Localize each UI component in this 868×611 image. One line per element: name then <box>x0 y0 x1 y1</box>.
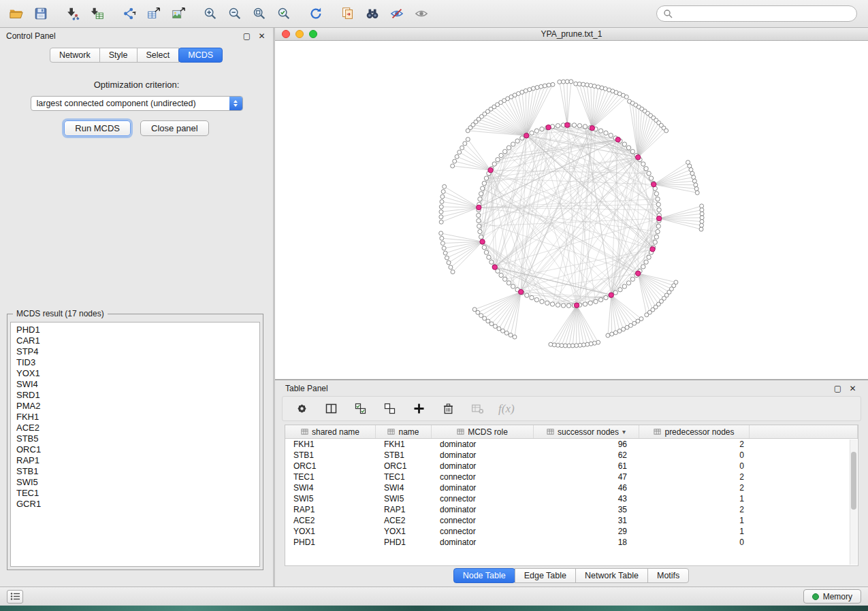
graph-node[interactable] <box>540 299 544 303</box>
graph-leaf-node[interactable] <box>443 251 447 255</box>
export-table-button[interactable] <box>144 5 163 23</box>
graph-node[interactable] <box>656 224 660 228</box>
graph-leaf-node[interactable] <box>453 159 457 163</box>
graph-leaf-node[interactable] <box>592 84 596 88</box>
graph-node[interactable] <box>479 235 483 239</box>
graph-node[interactable] <box>499 273 503 277</box>
graph-node[interactable] <box>653 240 657 244</box>
graph-node[interactable] <box>577 124 581 128</box>
graph-leaf-node[interactable] <box>577 82 581 86</box>
graph-dominator-node[interactable] <box>524 133 529 138</box>
graph-leaf-node[interactable] <box>439 210 443 214</box>
graph-leaf-node[interactable] <box>439 231 443 235</box>
graph-node[interactable] <box>481 186 485 191</box>
graph-node[interactable] <box>572 123 576 127</box>
mcds-node-item[interactable]: SRD1 <box>11 390 259 401</box>
mcds-node-item[interactable]: STB5 <box>11 433 259 444</box>
graph-node[interactable] <box>654 235 658 239</box>
graph-node[interactable] <box>525 293 529 297</box>
graph-leaf-node[interactable] <box>455 154 459 159</box>
graph-node[interactable] <box>609 133 613 137</box>
tab-node-table[interactable]: Node Table <box>453 568 515 583</box>
graph-leaf-node[interactable] <box>489 322 494 326</box>
graph-leaf-node[interactable] <box>581 82 585 86</box>
mcds-node-item[interactable]: YOX1 <box>11 368 259 379</box>
graph-node[interactable] <box>583 302 587 306</box>
table-row[interactable]: FKH1FKH1dominator962 <box>285 439 858 450</box>
tab-edge-table[interactable]: Edge Table <box>515 568 576 583</box>
network-graph[interactable] <box>275 41 868 379</box>
tab-select[interactable]: Select <box>137 48 180 63</box>
table-row[interactable]: STB1STB1dominator620 <box>285 450 858 461</box>
graph-node[interactable] <box>583 125 587 129</box>
table-scrollbar[interactable] <box>850 440 857 565</box>
tab-mcds[interactable]: MCDS <box>178 48 223 63</box>
graph-leaf-node[interactable] <box>440 242 445 246</box>
graph-node[interactable] <box>656 202 660 206</box>
graph-node[interactable] <box>487 255 491 259</box>
graph-node[interactable] <box>477 213 481 217</box>
graph-node[interactable] <box>479 192 483 196</box>
graph-leaf-node[interactable] <box>451 270 455 274</box>
graph-node[interactable] <box>604 295 608 299</box>
column-header-predecessor-nodes[interactable]: predecessor nodes <box>639 425 750 438</box>
graph-node[interactable] <box>499 153 503 157</box>
graph-node[interactable] <box>594 299 598 303</box>
graph-node[interactable] <box>503 277 507 281</box>
graph-node[interactable] <box>507 281 511 285</box>
graph-leaf-node[interactable] <box>700 212 704 216</box>
network-window-titlebar[interactable]: YPA_prune.txt_1 <box>275 28 868 41</box>
graph-node[interactable] <box>644 260 648 264</box>
graph-leaf-node[interactable] <box>440 195 445 199</box>
open-session-button[interactable] <box>7 5 25 23</box>
graph-leaf-node[interactable] <box>466 137 470 142</box>
graph-node[interactable] <box>530 131 534 135</box>
graph-leaf-node[interactable] <box>694 186 698 191</box>
mcds-node-item[interactable]: SWI5 <box>11 477 259 488</box>
column-header-mcds-role[interactable]: MCDS role <box>432 425 534 438</box>
graph-leaf-node[interactable] <box>449 265 453 269</box>
mcds-node-item[interactable]: GCR1 <box>11 499 259 510</box>
graph-leaf-node[interactable] <box>700 223 704 227</box>
criterion-dropdown[interactable]: largest connected component (undirected) <box>31 96 243 111</box>
graph-leaf-node[interactable] <box>528 88 532 92</box>
graph-node[interactable] <box>489 260 494 264</box>
graph-leaf-node[interactable] <box>463 142 467 146</box>
graph-leaf-node[interactable] <box>569 80 573 84</box>
run-mcds-button[interactable]: Run MCDS <box>64 120 131 136</box>
graph-node[interactable] <box>482 181 486 185</box>
graph-leaf-node[interactable] <box>440 236 444 240</box>
graph-leaf-node[interactable] <box>504 331 509 335</box>
select-all-button[interactable] <box>352 401 368 417</box>
float-table-panel-icon[interactable]: ▢ <box>833 383 843 393</box>
copy-network-button[interactable] <box>338 5 357 23</box>
table-row[interactable]: RAP1RAP1dominator352 <box>285 504 858 515</box>
maximize-window-button[interactable] <box>309 30 317 38</box>
graph-leaf-node[interactable] <box>439 215 443 219</box>
graph-leaf-node[interactable] <box>694 183 698 187</box>
graph-node[interactable] <box>630 149 634 153</box>
table-row[interactable]: ACE2ACE2connector311 <box>285 515 858 526</box>
graph-node[interactable] <box>630 277 634 281</box>
graph-node[interactable] <box>654 192 658 196</box>
graph-leaf-node[interactable] <box>440 199 444 203</box>
show-columns-button[interactable] <box>323 401 339 417</box>
graph-node[interactable] <box>550 302 554 306</box>
graph-leaf-node[interactable] <box>479 314 483 318</box>
graph-leaf-node[interactable] <box>692 176 696 180</box>
graph-node[interactable] <box>588 301 592 305</box>
graph-node[interactable] <box>477 224 481 228</box>
show-all-button[interactable] <box>412 5 430 23</box>
graph-node[interactable] <box>511 284 515 288</box>
column-header-shared-name[interactable]: shared name <box>285 425 376 438</box>
graph-leaf-node[interactable] <box>539 84 543 88</box>
graph-node[interactable] <box>566 303 570 308</box>
mcds-node-item[interactable]: SWI4 <box>11 379 259 390</box>
graph-node[interactable] <box>641 265 645 269</box>
column-header-name[interactable]: name <box>376 425 432 438</box>
mcds-node-item[interactable]: ACE2 <box>11 423 259 433</box>
graph-leaf-node[interactable] <box>472 308 477 312</box>
import-network-button[interactable] <box>63 5 82 23</box>
graph-node[interactable] <box>657 208 661 212</box>
graph-leaf-node[interactable] <box>493 325 497 329</box>
